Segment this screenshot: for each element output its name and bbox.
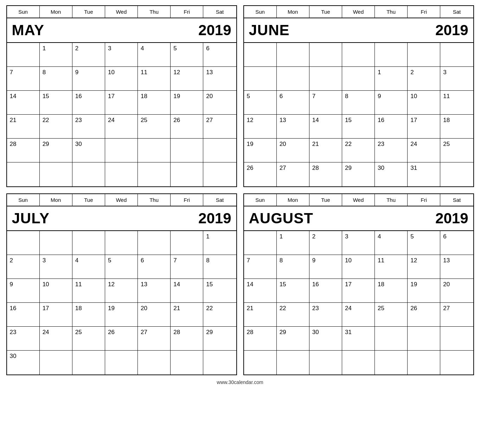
- calendar-june-2019: SunMonTueWedThuFriSatJUNE201912356789101…: [243, 5, 474, 187]
- calendar-day-cell: 14: [171, 279, 203, 303]
- calendar-day-cell: 30: [309, 327, 342, 351]
- header-cell-fri: Fri: [171, 194, 203, 206]
- day-number: 2: [312, 233, 339, 240]
- calendar-day-cell: 29: [277, 327, 309, 351]
- calendar-day-cell: [138, 231, 171, 255]
- day-number: 20: [280, 141, 306, 148]
- calendar-day-cell: 18: [375, 279, 408, 303]
- day-number: 1: [43, 45, 69, 52]
- calendar-day-cell: [105, 231, 138, 255]
- day-number: 15: [345, 117, 372, 124]
- day-number: 9: [75, 69, 102, 76]
- day-number: 28: [247, 329, 274, 336]
- day-number: 16: [10, 305, 37, 312]
- day-number: 17: [345, 281, 372, 288]
- calendar-day-cell: 25: [138, 115, 171, 139]
- header-cell-thu: Thu: [138, 194, 171, 206]
- calendar-day-cell: 12: [105, 279, 138, 303]
- calendar-day-cell: [72, 162, 105, 186]
- calendar-day-cell: 10: [342, 255, 375, 279]
- day-number: 22: [280, 305, 306, 312]
- calendar-day-cell: 29: [203, 327, 236, 351]
- calendar-day-cell: 3: [105, 43, 138, 67]
- calendar-day-cell: 22: [277, 303, 309, 327]
- day-number: 24: [345, 305, 372, 312]
- calendar-day-cell: 20: [277, 139, 309, 162]
- calendar-day-cell: [375, 43, 408, 67]
- calendar-day-cell: 19: [244, 139, 277, 162]
- calendar-day-cell: [342, 351, 375, 375]
- header-cell-fri: Fri: [408, 6, 440, 18]
- calendar-year: 2019: [435, 210, 468, 227]
- day-number: 24: [108, 117, 135, 124]
- header-cell-tue: Tue: [309, 6, 342, 18]
- day-number: 21: [173, 305, 200, 312]
- calendar-day-cell: [72, 351, 105, 375]
- day-number: 7: [173, 257, 200, 264]
- calendar-may-2019: SunMonTueWedThuFriSatMAY2019123456789101…: [6, 5, 237, 187]
- calendar-day-cell: 2: [72, 43, 105, 67]
- calendar-day-cell: 19: [408, 279, 440, 303]
- calendar-day-cell: 15: [40, 91, 72, 115]
- calendar-day-cell: 26: [408, 303, 440, 327]
- calendar-day-cell: 13: [277, 115, 309, 139]
- day-number: 12: [108, 281, 135, 288]
- day-number: 27: [206, 117, 233, 124]
- calendar-day-cell: 1: [203, 231, 236, 255]
- calendar-day-cell: 10: [40, 279, 72, 303]
- day-number: 21: [247, 305, 274, 312]
- day-number: 11: [75, 281, 102, 288]
- calendar-day-cell: 23: [7, 327, 40, 351]
- day-number: 20: [141, 305, 167, 312]
- day-number: 24: [410, 141, 437, 148]
- calendar-day-cell: 9: [309, 255, 342, 279]
- calendar-day-cell: 29: [40, 139, 72, 162]
- calendar-day-cell: 17: [105, 91, 138, 115]
- day-number: 14: [10, 93, 37, 100]
- calendar-day-cell: 11: [138, 67, 171, 91]
- day-number: 5: [247, 93, 274, 100]
- calendar-day-cell: 9: [72, 67, 105, 91]
- header-cell-wed: Wed: [342, 194, 375, 206]
- calendar-day-cell: 7: [171, 255, 203, 279]
- calendar-day-cell: [203, 162, 236, 186]
- day-number: 7: [312, 93, 339, 100]
- day-number: 28: [10, 141, 37, 148]
- calendar-day-cell: [138, 162, 171, 186]
- calendar-day-cell: [408, 327, 440, 351]
- day-number: 10: [108, 69, 135, 76]
- day-number: 8: [206, 257, 233, 264]
- day-number: 2: [410, 69, 437, 76]
- day-number: 4: [378, 233, 404, 240]
- calendar-day-cell: 24: [40, 327, 72, 351]
- calendar-day-cell: [244, 43, 277, 67]
- calendar-day-cell: 30: [7, 351, 40, 375]
- calendar-title-row: JUNE2019: [244, 18, 473, 43]
- calendar-day-cell: 25: [72, 327, 105, 351]
- header-cell-sun: Sun: [7, 194, 40, 206]
- calendar-day-cell: 12: [408, 255, 440, 279]
- calendar-day-cell: 19: [171, 91, 203, 115]
- calendar-day-cell: 5: [171, 43, 203, 67]
- day-number: 6: [206, 45, 233, 52]
- day-number: 31: [345, 329, 372, 336]
- calendar-year: 2019: [435, 22, 468, 39]
- calendar-day-cell: [171, 139, 203, 162]
- header-cell-mon: Mon: [277, 6, 309, 18]
- day-number: 19: [108, 305, 135, 312]
- calendar-day-cell: 20: [440, 279, 473, 303]
- day-number: 9: [378, 93, 404, 100]
- header-cell-thu: Thu: [138, 6, 171, 18]
- calendar-day-cell: 8: [203, 255, 236, 279]
- calendar-day-cell: 16: [72, 91, 105, 115]
- calendar-day-cell: 15: [277, 279, 309, 303]
- day-number: 14: [173, 281, 200, 288]
- calendar-days-grid: 1234567891011121314151617181920212223242…: [7, 231, 236, 375]
- calendar-day-cell: 30: [72, 139, 105, 162]
- calendar-day-cell: 26: [244, 162, 277, 186]
- calendar-day-cell: [408, 351, 440, 375]
- calendar-day-cell: 19: [105, 303, 138, 327]
- calendar-day-cell: [171, 162, 203, 186]
- calendar-day-cell: 14: [309, 115, 342, 139]
- calendar-day-cell: 9: [7, 279, 40, 303]
